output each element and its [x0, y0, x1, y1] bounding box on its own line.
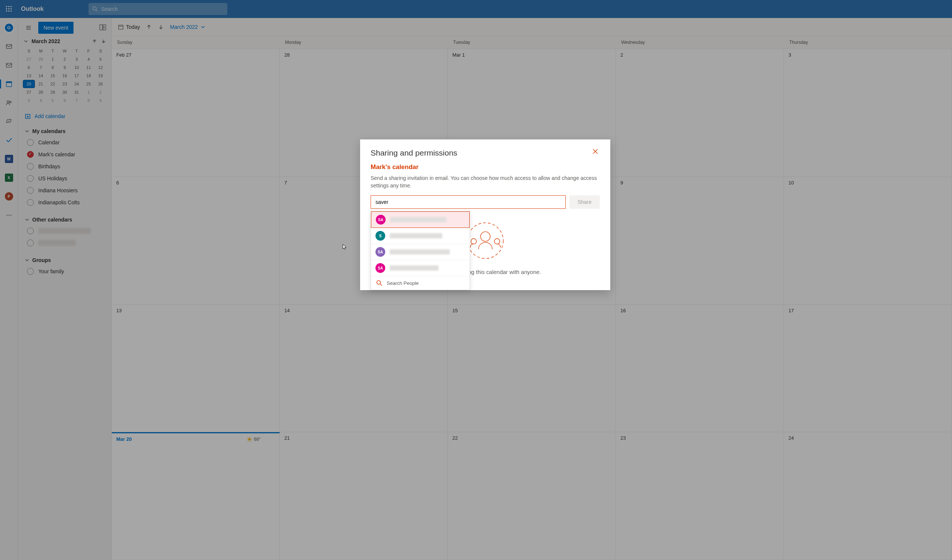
modal-calendar-name: Mark's calendar — [371, 164, 600, 171]
suggestion-item[interactable]: SA — [371, 260, 470, 276]
avatar: SA — [376, 247, 385, 257]
suggestion-item[interactable]: SA — [371, 244, 470, 260]
avatar: SA — [376, 215, 386, 225]
suggestion-name-redacted — [390, 265, 439, 271]
suggestion-item[interactable]: SA — [371, 211, 470, 228]
svg-point-77 — [377, 281, 381, 284]
search-people-link[interactable]: Search People — [371, 276, 470, 290]
share-button[interactable]: Share — [569, 195, 600, 209]
svg-line-78 — [380, 284, 382, 286]
svg-point-79 — [467, 223, 503, 259]
close-icon[interactable] — [592, 148, 600, 156]
sharing-modal: Sharing and permissions Mark's calendar … — [360, 139, 610, 290]
avatar: SA — [376, 263, 385, 273]
share-email-input[interactable] — [371, 195, 566, 209]
modal-title: Sharing and permissions — [371, 148, 457, 157]
cursor-icon — [342, 244, 348, 250]
suggestion-name-redacted — [390, 217, 447, 222]
suggestion-name-redacted — [390, 249, 450, 255]
avatar: S — [376, 231, 385, 241]
svg-point-80 — [481, 231, 490, 241]
modal-description: Send a sharing invitation in email. You … — [371, 175, 600, 189]
svg-point-81 — [471, 239, 476, 244]
suggestion-item[interactable]: S — [371, 228, 470, 244]
suggestion-name-redacted — [390, 233, 442, 238]
people-suggestions-dropdown: SASSASA Search People — [371, 211, 470, 290]
svg-point-82 — [494, 239, 500, 244]
